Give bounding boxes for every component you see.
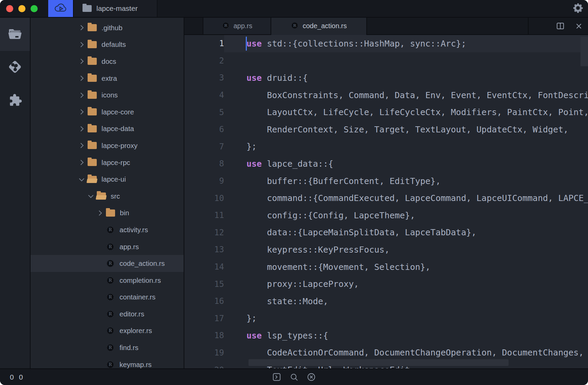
tree-folder-lapce-proxy[interactable]: lapce-proxy: [31, 137, 184, 154]
tree-folder-docs[interactable]: docs: [31, 53, 184, 70]
cloud-play-icon: [54, 2, 68, 15]
tree-folder-extra[interactable]: extra: [31, 70, 184, 87]
settings-button[interactable]: [568, 0, 588, 17]
tree-item-label: explorer.rs: [120, 327, 152, 335]
line-number: 17: [184, 314, 224, 323]
tree-item-label: lapce-rpc: [102, 159, 130, 167]
tree-item-label: .github: [102, 24, 123, 32]
tree-folder-lapce-data[interactable]: lapce-data: [31, 121, 184, 138]
tree-folder-.github[interactable]: .github: [31, 19, 184, 36]
code-line[interactable]: 10 command::{CommandExecuted, LapceComma…: [184, 189, 588, 207]
tree-file-completion.rs[interactable]: Rcompletion.rs: [31, 272, 184, 289]
tree-folder-src[interactable]: src: [31, 188, 184, 205]
chevron-right-icon: [77, 26, 86, 30]
tree-folder-lapce-ui[interactable]: lapce-ui: [31, 171, 184, 188]
line-number: 9: [184, 176, 224, 186]
tree-item-label: editor.rs: [120, 310, 144, 318]
workspace-title-section[interactable]: lapce-master: [74, 0, 158, 17]
tree-file-app.rs[interactable]: Rapp.rs: [31, 238, 184, 255]
line-number: 6: [184, 125, 224, 134]
rust-file-icon: R: [106, 225, 115, 234]
rust-file-icon: R: [106, 360, 115, 368]
close-window-button[interactable]: [6, 5, 13, 12]
code-line[interactable]: 6 RenderContext, Size, Target, TextLayou…: [184, 121, 588, 138]
chevron-right-icon: [77, 76, 86, 80]
folder-icon: [88, 41, 97, 48]
tree-file-editor.rs[interactable]: Reditor.rs: [31, 306, 184, 323]
chevron-right-icon: [77, 43, 86, 47]
code-line[interactable]: 11 config::{Config, LapceTheme},: [184, 207, 588, 224]
code-line-text: use lsp_types::{: [224, 327, 588, 344]
activity-item-source-control[interactable]: [0, 51, 30, 84]
code-line[interactable]: 14 movement::{Movement, Selection},: [184, 258, 588, 276]
tree-file-find.rs[interactable]: Rfind.rs: [31, 339, 184, 356]
horizontal-scrollbar[interactable]: [249, 359, 509, 366]
activity-item-file-explorer[interactable]: [0, 18, 30, 51]
code-line[interactable]: 18use lsp_types::{: [184, 327, 588, 344]
code-line[interactable]: 13 keypress::KeyPressFocus,: [184, 241, 588, 258]
file-tree: .githubdefaultsdocsextraiconslapce-corel…: [31, 18, 184, 368]
svg-text:R: R: [109, 295, 112, 300]
chevron-right-icon: [77, 110, 86, 114]
code-line[interactable]: 17};: [184, 310, 588, 327]
folder-icon: [97, 192, 106, 200]
vertical-scrollbar[interactable]: [581, 37, 588, 66]
code-line[interactable]: 7};: [184, 138, 588, 155]
line-number: 4: [184, 90, 224, 100]
rust-file-icon: R: [106, 310, 115, 318]
tab-app.rs[interactable]: Rapp.rs: [203, 18, 271, 34]
tree-item-label: find.rs: [120, 344, 139, 352]
tree-file-keymap.rs[interactable]: Rkeymap.rs: [31, 356, 184, 368]
code-line[interactable]: 12 data::{LapceMainSplitData, LapceTabDa…: [184, 224, 588, 241]
code-line[interactable]: 16 state::Mode,: [184, 293, 588, 310]
tree-folder-defaults[interactable]: defaults: [31, 36, 184, 53]
tree-item-label: lapce-ui: [102, 175, 126, 183]
close-icon[interactable]: [574, 21, 583, 31]
code-line-text: RenderContext, Size, Target, TextLayout,…: [224, 121, 588, 138]
text-cursor: [246, 37, 247, 51]
code-line[interactable]: 4 BoxConstraints, Command, Data, Env, Ev…: [184, 87, 588, 104]
puzzle-icon: [7, 93, 22, 109]
tree-file-explorer.rs[interactable]: Rexplorer.rs: [31, 323, 184, 340]
svg-text:R: R: [109, 244, 112, 249]
rust-file-icon: R: [106, 242, 115, 251]
code-line[interactable]: 1use std::{collections::HashMap, sync::A…: [184, 35, 588, 52]
tree-folder-lapce-core[interactable]: lapce-core: [31, 104, 184, 121]
tree-folder-bin[interactable]: bin: [31, 205, 184, 222]
tree-item-label: src: [111, 192, 120, 200]
minimize-window-button[interactable]: [18, 5, 25, 12]
svg-text:R: R: [109, 362, 112, 367]
svg-text:R: R: [293, 23, 297, 28]
tab-code_action.rs[interactable]: Rcode_action.rs: [271, 18, 367, 34]
tree-item-label: docs: [102, 57, 116, 66]
svg-text:R: R: [109, 311, 112, 316]
code-editor[interactable]: 1use std::{collections::HashMap, sync::A…: [184, 35, 588, 368]
rust-file-icon: R: [222, 21, 230, 31]
code-line-text: BoxConstraints, Command, Data, Env, Even…: [224, 87, 588, 104]
remote-connection-button[interactable]: [48, 0, 74, 17]
split-button[interactable]: [556, 21, 565, 31]
code-line[interactable]: 2: [184, 52, 588, 70]
tree-file-container.rs[interactable]: Rcontainer.rs: [31, 289, 184, 306]
terminal-icon[interactable]: [272, 372, 281, 382]
activity-item-plugins[interactable]: [0, 84, 30, 117]
tree-file-activity.rs[interactable]: Ractivity.rs: [31, 221, 184, 238]
search-icon[interactable]: [290, 372, 299, 382]
tree-folder-lapce-rpc[interactable]: lapce-rpc: [31, 154, 184, 171]
code-line[interactable]: 5 LayoutCtx, LifeCycle, LifeCycleCtx, Mo…: [184, 104, 588, 121]
zoom-window-button[interactable]: [31, 5, 38, 12]
folder-icon: [88, 142, 97, 149]
code-line[interactable]: 15 proxy::LapceProxy,: [184, 275, 588, 293]
error-circle-icon[interactable]: [307, 372, 316, 382]
svg-text:R: R: [109, 345, 112, 350]
svg-text:R: R: [109, 227, 112, 232]
code-line[interactable]: 8use lapce_data::{: [184, 155, 588, 172]
code-line[interactable]: 3use druid::{: [184, 69, 588, 87]
code-line[interactable]: 19 CodeActionOrCommand, DocumentChangeOp…: [184, 344, 588, 362]
tree-folder-icons[interactable]: icons: [31, 87, 184, 104]
line-number: 11: [184, 210, 224, 220]
svg-text:R: R: [109, 278, 112, 283]
traffic-lights: [0, 0, 48, 17]
code-line[interactable]: 9 buffer::{BufferContent, EditType},: [184, 172, 588, 190]
tree-file-code_action.rs[interactable]: Rcode_action.rs: [31, 255, 184, 272]
